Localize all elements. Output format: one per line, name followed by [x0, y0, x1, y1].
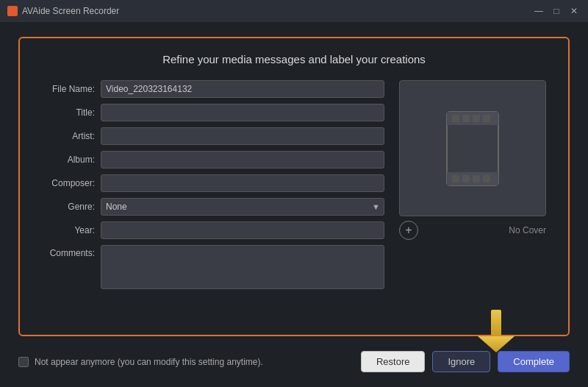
svg-rect-3 [462, 115, 470, 122]
form-area: File Name: Title: Artist: Album: [42, 80, 546, 295]
year-label: Year: [42, 225, 101, 235]
dialog-title: Refine your media messages and label you… [42, 53, 546, 65]
no-appear-checkbox[interactable] [18, 357, 29, 367]
ignore-button[interactable]: Ignore [432, 351, 490, 372]
genre-wrapper: None Blues Classic Rock Country Pop Rock… [101, 198, 384, 216]
title-label: Title: [42, 107, 101, 118]
genre-label: Genre: [42, 202, 101, 212]
close-button[interactable]: ✕ [567, 4, 581, 18]
comments-textarea[interactable] [101, 245, 384, 289]
app-icon [7, 6, 18, 16]
genre-select[interactable]: None Blues Classic Rock Country Pop Rock… [101, 198, 384, 216]
dialog-box: Refine your media messages and label you… [18, 37, 570, 336]
cover-preview [399, 80, 546, 216]
add-cover-button[interactable]: + [399, 221, 418, 240]
title-bar-controls: — □ ✕ [532, 4, 581, 18]
svg-rect-2 [452, 115, 459, 122]
cover-area: + No Cover [399, 80, 546, 295]
svg-rect-5 [483, 115, 490, 122]
app-title: AVAide Screen Recorder [22, 6, 119, 16]
complete-button[interactable]: Complete [498, 351, 570, 372]
restore-button[interactable]: Restore [361, 351, 426, 372]
year-row: Year: [42, 221, 384, 239]
svg-marker-13 [478, 336, 514, 352]
title-row: Title: [42, 104, 384, 121]
album-label: Album: [42, 155, 101, 165]
album-row: Album: [42, 151, 384, 168]
svg-rect-8 [462, 175, 470, 182]
form-fields: File Name: Title: Artist: Album: [42, 80, 384, 295]
svg-rect-10 [483, 175, 490, 182]
composer-row: Composer: [42, 174, 384, 192]
artist-row: Artist: [42, 127, 384, 145]
checkbox-label: Not appear anymore (you can modify this … [35, 357, 263, 367]
comments-label: Comments: [42, 245, 101, 258]
year-input[interactable] [101, 221, 384, 239]
checkbox-row: Not appear anymore (you can modify this … [18, 357, 263, 367]
comments-row: Comments: [42, 245, 384, 289]
down-arrow-icon [478, 310, 514, 354]
composer-label: Composer: [42, 178, 101, 188]
svg-rect-4 [473, 115, 480, 122]
svg-rect-11 [451, 127, 495, 170]
svg-rect-7 [452, 175, 459, 182]
title-bar-left: AVAide Screen Recorder [7, 6, 119, 16]
svg-rect-9 [473, 175, 480, 182]
svg-rect-12 [491, 310, 501, 336]
maximize-button[interactable]: □ [550, 4, 563, 18]
artist-label: Artist: [42, 131, 101, 141]
minimize-button[interactable]: — [532, 4, 545, 18]
composer-input[interactable] [101, 174, 384, 192]
title-bar: AVAide Screen Recorder — □ ✕ [0, 0, 588, 22]
album-input[interactable] [101, 151, 384, 168]
title-input[interactable] [101, 104, 384, 121]
film-icon [443, 108, 502, 189]
filename-row: File Name: [42, 80, 384, 98]
buttons-row: Restore Ignore Complete [361, 351, 570, 372]
cover-bottom-row: + No Cover [399, 221, 546, 240]
filename-label: File Name: [42, 84, 101, 94]
genre-row: Genre: None Blues Classic Rock Country P… [42, 198, 384, 216]
filename-input[interactable] [101, 80, 384, 98]
no-cover-label: No Cover [509, 225, 546, 235]
artist-input[interactable] [101, 127, 384, 145]
